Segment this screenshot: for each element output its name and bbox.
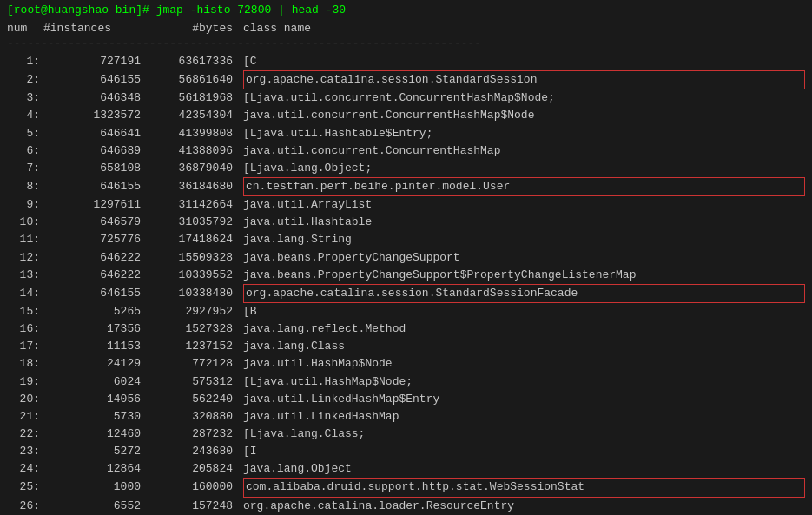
- row-class: java.lang.reflect.Method: [243, 320, 805, 338]
- row-instances: 646155: [43, 71, 148, 89]
- row-bytes: 575312: [148, 373, 243, 391]
- row-class: [Ljava.lang.Class;: [243, 426, 805, 443]
- row-num: 15:: [7, 303, 43, 320]
- row-instances: 646579: [43, 214, 148, 231]
- row-num: 7:: [7, 160, 43, 177]
- table-row: 17:111531237152java.lang.Class: [7, 338, 805, 355]
- row-class: [Ljava.util.Hashtable$Entry;: [243, 125, 805, 142]
- divider: ----------------------------------------…: [7, 36, 805, 50]
- row-num: 6:: [7, 142, 43, 160]
- row-class: java.util.concurrent.ConcurrentHashMap$N…: [243, 107, 805, 124]
- row-num: 13:: [7, 267, 43, 284]
- row-bytes: 63617336: [148, 53, 243, 70]
- row-instances: 646155: [43, 178, 148, 195]
- row-num: 14:: [7, 285, 43, 302]
- row-num: 10:: [7, 214, 43, 231]
- row-num: 5:: [7, 125, 43, 142]
- table-row: 8:64615536184680cn.testfan.perf.beihe.pi…: [7, 177, 805, 196]
- row-num: 9:: [7, 196, 43, 214]
- row-instances: 727191: [43, 53, 148, 70]
- row-num: 23:: [7, 443, 43, 460]
- row-class: java.util.ArrayList: [243, 196, 805, 214]
- row-class: java.lang.Class: [243, 338, 805, 355]
- table-row: 25:1000160000com.alibaba.druid.support.h…: [7, 478, 805, 497]
- row-instances: 646222: [43, 267, 148, 284]
- row-class: org.apache.catalina.session.StandardSess…: [243, 70, 805, 89]
- header-instances: #instances: [43, 22, 148, 35]
- table-row: 1:72719163617336[C: [7, 53, 805, 70]
- row-class: java.util.HashMap$Node: [243, 355, 805, 373]
- table-row: 18:24129772128java.util.HashMap$Node: [7, 355, 805, 373]
- table-row: 5:64664141399808[Ljava.util.Hashtable$En…: [7, 125, 805, 142]
- row-bytes: 31035792: [148, 214, 243, 231]
- row-class: java.util.LinkedHashMap$Entry: [243, 391, 805, 408]
- table-row: 24:12864205824java.lang.Object: [7, 460, 805, 478]
- row-instances: 6024: [43, 373, 148, 391]
- row-bytes: 41399808: [148, 125, 243, 142]
- row-bytes: 15509328: [148, 249, 243, 267]
- row-bytes: 1237152: [148, 338, 243, 355]
- header-class: class name: [243, 22, 805, 35]
- command-line: [root@huangshao bin]# jmap -histo 72800 …: [7, 3, 805, 17]
- row-class: cn.testfan.perf.beihe.pinter.model.User: [243, 177, 805, 196]
- table-row: 4:132357242354304java.util.concurrent.Co…: [7, 107, 805, 124]
- table-row: 12:64622215509328java.beans.PropertyChan…: [7, 249, 805, 267]
- row-num: 20:: [7, 391, 43, 408]
- header-bytes: #bytes: [148, 22, 243, 35]
- row-bytes: 287232: [148, 426, 243, 443]
- row-instances: 1323572: [43, 107, 148, 124]
- row-class: org.apache.catalina.session.StandardSess…: [243, 284, 805, 303]
- row-num: 8:: [7, 178, 43, 195]
- table-row: 19:6024575312[Ljava.util.HashMap$Node;: [7, 373, 805, 391]
- row-class: com.alibaba.druid.support.http.stat.WebS…: [243, 478, 805, 497]
- row-num: 12:: [7, 249, 43, 267]
- row-bytes: 10339552: [148, 267, 243, 284]
- row-instances: 646222: [43, 249, 148, 267]
- table-row: 23:5272243680[I: [7, 443, 805, 460]
- row-class: java.beans.PropertyChangeSupport$Propert…: [243, 267, 805, 284]
- row-class: java.lang.String: [243, 231, 805, 248]
- row-instances: 24129: [43, 355, 148, 373]
- row-class: java.util.LinkedHashMap: [243, 408, 805, 426]
- row-class: [B: [243, 303, 805, 320]
- row-instances: 5272: [43, 443, 148, 460]
- row-num: 11:: [7, 231, 43, 248]
- row-bytes: 31142664: [148, 196, 243, 214]
- row-instances: 5730: [43, 408, 148, 426]
- row-class: [C: [243, 53, 805, 70]
- row-instances: 17356: [43, 320, 148, 338]
- row-bytes: 2927952: [148, 303, 243, 320]
- row-class: [Ljava.util.HashMap$Node;: [243, 373, 805, 391]
- table-row: 26:6552157248org.apache.catalina.loader.…: [7, 498, 805, 515]
- row-bytes: 36184680: [148, 178, 243, 195]
- table-body: 1:72719163617336[C2:64615556861640org.ap…: [7, 53, 805, 515]
- table-row: 16:173561527328java.lang.reflect.Method: [7, 320, 805, 338]
- terminal-window: [root@huangshao bin]# jmap -histo 72800 …: [0, 0, 812, 515]
- row-class: java.util.Hashtable: [243, 214, 805, 231]
- row-num: 4:: [7, 107, 43, 124]
- row-instances: 11153: [43, 338, 148, 355]
- row-num: 22:: [7, 426, 43, 443]
- row-bytes: 56181968: [148, 89, 243, 107]
- row-instances: 1000: [43, 479, 148, 496]
- row-class: [I: [243, 443, 805, 460]
- table-row: 7:65810836879040[Ljava.lang.Object;: [7, 160, 805, 177]
- table-row: 2:64615556861640org.apache.catalina.sess…: [7, 70, 805, 89]
- row-instances: 646348: [43, 89, 148, 107]
- table-row: 13:64622210339552java.beans.PropertyChan…: [7, 267, 805, 284]
- row-bytes: 243680: [148, 443, 243, 460]
- row-num: 26:: [7, 498, 43, 515]
- row-num: 17:: [7, 338, 43, 355]
- header-num: num: [7, 22, 43, 35]
- row-bytes: 772128: [148, 355, 243, 373]
- table-row: 20:14056562240java.util.LinkedHashMap$En…: [7, 391, 805, 408]
- row-instances: 12460: [43, 426, 148, 443]
- table-row: 3:64634856181968[Ljava.util.concurrent.C…: [7, 89, 805, 107]
- row-class: java.util.concurrent.ConcurrentHashMap: [243, 142, 805, 160]
- row-instances: 658108: [43, 160, 148, 177]
- row-num: 16:: [7, 320, 43, 338]
- row-num: 25:: [7, 479, 43, 496]
- row-num: 19:: [7, 373, 43, 391]
- row-bytes: 157248: [148, 498, 243, 515]
- row-instances: 646155: [43, 285, 148, 302]
